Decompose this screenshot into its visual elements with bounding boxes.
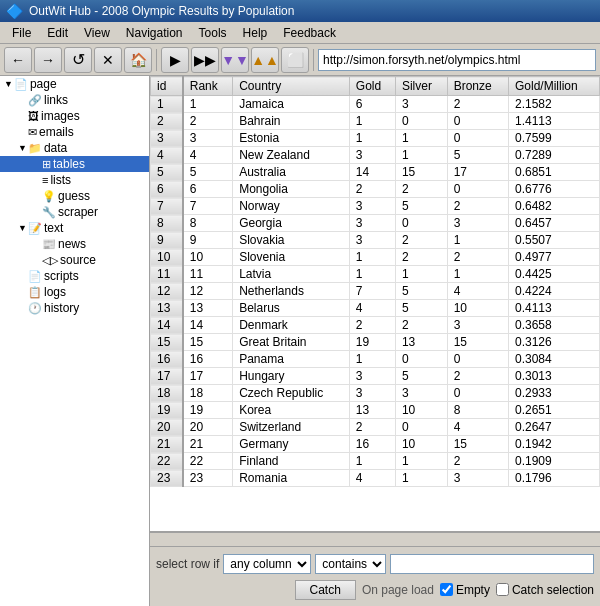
horizontal-scrollbar[interactable]: [150, 532, 600, 546]
sidebar-item-source[interactable]: ◁▷source: [0, 252, 149, 268]
table-row[interactable]: 2323Romania4130.1796: [151, 470, 600, 487]
table-row[interactable]: 77Norway3520.6482: [151, 198, 600, 215]
table-row[interactable]: 22Bahrain1001.4113: [151, 113, 600, 130]
sidebar-item-news[interactable]: 📰news: [0, 236, 149, 252]
table-row[interactable]: 1616Panama1000.3084: [151, 351, 600, 368]
cell-1: Hungary: [233, 368, 350, 385]
condition-select[interactable]: contains: [315, 554, 386, 574]
table-row[interactable]: 66Mongolia2200.6776: [151, 181, 600, 198]
table-container[interactable]: id Rank Country Gold Silver Bronze Gold/…: [150, 76, 600, 532]
col-gold-million[interactable]: Gold/Million: [508, 77, 599, 96]
sidebar-item-guess[interactable]: 💡guess: [0, 188, 149, 204]
col-gold[interactable]: Gold: [349, 77, 395, 96]
play-button[interactable]: ▶: [161, 47, 189, 73]
home-button[interactable]: 🏠: [124, 47, 152, 73]
cell-4: 10: [447, 300, 508, 317]
refresh-button[interactable]: ↺: [64, 47, 92, 73]
table-row[interactable]: 88Georgia3030.6457: [151, 215, 600, 232]
menu-item-navigation[interactable]: Navigation: [118, 24, 191, 42]
cell-5: 0.5507: [508, 232, 599, 249]
table-row[interactable]: 2121Germany1610150.1942: [151, 436, 600, 453]
menu-item-file[interactable]: File: [4, 24, 39, 42]
cell-1: Latvia: [233, 266, 350, 283]
col-country[interactable]: Country: [233, 77, 350, 96]
sidebar-item-lists[interactable]: ≡lists: [0, 172, 149, 188]
table-row[interactable]: 44New Zealand3150.7289: [151, 147, 600, 164]
table-row[interactable]: 1111Latvia1110.4425: [151, 266, 600, 283]
sidebar-item-emails[interactable]: ✉emails: [0, 124, 149, 140]
table-row[interactable]: 2020Switzerland2040.2647: [151, 419, 600, 436]
row-id: 4: [151, 147, 183, 164]
menu-item-feedback[interactable]: Feedback: [275, 24, 344, 42]
table-row[interactable]: 99Slovakia3210.5507: [151, 232, 600, 249]
menu-item-view[interactable]: View: [76, 24, 118, 42]
catch-selection-checkbox[interactable]: [496, 583, 509, 596]
cell-4: 0: [447, 113, 508, 130]
double-down-button[interactable]: ▼▼: [221, 47, 249, 73]
sidebar: ▼📄page🔗links🖼images✉emails▼📁data⊞tables≡…: [0, 76, 150, 606]
column-select[interactable]: any column: [223, 554, 311, 574]
logs-icon: 📋: [28, 286, 42, 299]
cell-3: 3: [395, 385, 447, 402]
menu-item-edit[interactable]: Edit: [39, 24, 76, 42]
col-silver[interactable]: Silver: [395, 77, 447, 96]
sidebar-item-history[interactable]: 🕐history: [0, 300, 149, 316]
sidebar-item-logs[interactable]: 📋logs: [0, 284, 149, 300]
sidebar-item-images[interactable]: 🖼images: [0, 108, 149, 124]
on-page-load-label: On page load: [362, 583, 434, 597]
table-row[interactable]: 2222Finland1120.1909: [151, 453, 600, 470]
id-column-header[interactable]: id: [151, 77, 183, 96]
scraper-icon: 🔧: [42, 206, 56, 219]
table-row[interactable]: 1313Belarus45100.4113: [151, 300, 600, 317]
sidebar-item-links[interactable]: 🔗links: [0, 92, 149, 108]
cell-0: 2: [183, 113, 233, 130]
cell-1: Estonia: [233, 130, 350, 147]
cell-5: 0.3084: [508, 351, 599, 368]
table-row[interactable]: 1212Netherlands7540.4224: [151, 283, 600, 300]
table-row[interactable]: 55Australia1415170.6851: [151, 164, 600, 181]
cell-1: Bahrain: [233, 113, 350, 130]
row-id: 13: [151, 300, 183, 317]
sidebar-item-scraper[interactable]: 🔧scraper: [0, 204, 149, 220]
sidebar-item-tables[interactable]: ⊞tables: [0, 156, 149, 172]
cell-4: 3: [447, 317, 508, 334]
col-rank[interactable]: Rank: [183, 77, 233, 96]
cell-2: 19: [349, 334, 395, 351]
cell-0: 10: [183, 249, 233, 266]
back-button[interactable]: ←: [4, 47, 32, 73]
table-row[interactable]: 1717Hungary3520.3013: [151, 368, 600, 385]
cell-2: 3: [349, 215, 395, 232]
cell-4: 2: [447, 96, 508, 113]
col-bronze[interactable]: Bronze: [447, 77, 508, 96]
cell-2: 1: [349, 351, 395, 368]
cell-0: 20: [183, 419, 233, 436]
fast-forward-button[interactable]: ▶▶: [191, 47, 219, 73]
cell-3: 1: [395, 130, 447, 147]
square-button[interactable]: ⬜: [281, 47, 309, 73]
menu-item-tools[interactable]: Tools: [191, 24, 235, 42]
filter-value-input[interactable]: [390, 554, 594, 574]
table-row[interactable]: 1515Great Britain1913150.3126: [151, 334, 600, 351]
title-bar: 🔷 OutWit Hub - 2008 Olympic Results by P…: [0, 0, 600, 22]
address-bar[interactable]: [318, 49, 596, 71]
sidebar-item-page[interactable]: ▼📄page: [0, 76, 149, 92]
catch-button[interactable]: Catch: [295, 580, 356, 600]
links-icon: 🔗: [28, 94, 42, 107]
stop-button[interactable]: ✕: [94, 47, 122, 73]
sidebar-item-scripts[interactable]: 📄scripts: [0, 268, 149, 284]
sidebar-item-data[interactable]: ▼📁data: [0, 140, 149, 156]
row-id: 14: [151, 317, 183, 334]
table-row[interactable]: 33Estonia1100.7599: [151, 130, 600, 147]
table-row[interactable]: 1919Korea131080.2651: [151, 402, 600, 419]
empty-checkbox[interactable]: [440, 583, 453, 596]
double-up-button[interactable]: ▲▲: [251, 47, 279, 73]
cell-1: Great Britain: [233, 334, 350, 351]
table-row[interactable]: 1010Slovenia1220.4977: [151, 249, 600, 266]
forward-button[interactable]: →: [34, 47, 62, 73]
table-row[interactable]: 1818Czech Republic3300.2933: [151, 385, 600, 402]
menu-item-help[interactable]: Help: [235, 24, 276, 42]
table-row[interactable]: 1414Denmark2230.3658: [151, 317, 600, 334]
cell-5: 0.3013: [508, 368, 599, 385]
sidebar-item-text[interactable]: ▼📝text: [0, 220, 149, 236]
table-row[interactable]: 11Jamaica6322.1582: [151, 96, 600, 113]
